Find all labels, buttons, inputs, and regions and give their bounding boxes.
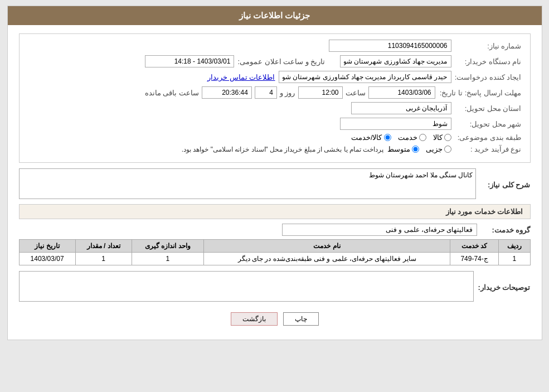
tabaqe-kala-khedmat-label: کالا/خدمت (351, 133, 382, 142)
tabaqe-label: طبقه بندی موضوعی: (455, 133, 522, 142)
ijad-konande-label: ایجاد کننده درخواست: (455, 73, 522, 81)
shomare-niaz-row: شماره نیاز: (28, 40, 522, 52)
mohlat-row: مهلت ارسال پاسخ: تا تاریخ: ساعت روز و سا… (28, 86, 522, 99)
ostan-input[interactable] (351, 102, 451, 114)
sharh-koli-textarea[interactable]: کانال سنگی ملا احمد شهرستان شوط (19, 168, 476, 199)
content-area: شماره نیاز: نام دستگاه خریدار: تاریخ و س… (8, 25, 542, 340)
mohlat-rooz-input[interactable] (255, 86, 277, 99)
toseeh-row: توصیحات خریدار: (19, 271, 531, 303)
grohe-khedmat-input[interactable] (282, 224, 477, 236)
tabaqe-khedmat-option[interactable]: خدمت (398, 133, 426, 142)
col-code: کد خدمت (450, 240, 499, 253)
tarikh-aelan-input[interactable] (145, 55, 234, 67)
mohlat-rooz-label: روز و (280, 89, 295, 97)
grohe-khedmat-row: گروه خدمت: (19, 224, 531, 236)
shahr-input[interactable] (340, 118, 451, 130)
dastgah-tarikh-row: نام دستگاه خریدار: تاریخ و ساعت اعلان عم… (28, 55, 522, 67)
cell-radif: 1 (499, 253, 530, 265)
col-unit: واحد اندازه گیری (132, 240, 203, 253)
mohlat-label: مهلت ارسال پاسخ: تا تاریخ: (438, 89, 522, 97)
sharh-koli-row: شرح کلی نیاز: کانال سنگی ملا احمد شهرستا… (19, 168, 531, 201)
tabaqe-kala-option[interactable]: کالا (433, 133, 451, 142)
noe-mottavasset-option[interactable]: متوسط (387, 145, 419, 153)
col-count: تعداد / مقدار (75, 240, 132, 253)
print-button[interactable]: چاپ (283, 312, 319, 326)
page-title: جزئیات اطلاعات نیاز (239, 11, 310, 20)
page-header: جزئیات اطلاعات نیاز (8, 6, 542, 25)
noe-jozei-radio[interactable] (444, 146, 451, 153)
mohlat-baghimande-label: ساعت باقی مانده (145, 89, 199, 97)
ijad-konande-row: ایجاد کننده درخواست: اطلاعات تماس خریدار (28, 71, 522, 83)
tabaqe-khedmat-radio[interactable] (419, 134, 426, 141)
noe-jozei-label: جزیی (426, 145, 443, 153)
ostan-row: استان محل تحویل: (28, 102, 522, 114)
mohlat-saat-input[interactable] (298, 86, 343, 99)
buttons-row: چاپ بازگشت (19, 307, 531, 331)
ettelaat-tamas-link[interactable]: اطلاعات تماس خریدار (207, 73, 275, 81)
sharh-koli-label: شرح کلی نیاز: (480, 181, 531, 189)
nam-dastgah-label: نام دستگاه خریدار: (455, 57, 522, 66)
col-name: نام خدمت (204, 240, 450, 253)
shomare-niaz-input[interactable] (329, 40, 451, 52)
noe-farayand-label: نوع فرآیند خرید : (455, 145, 522, 153)
service-table: ردیف کد خدمت نام خدمت واحد اندازه گیری ت… (19, 239, 531, 265)
shahr-row: شهر محل تحویل: (28, 118, 522, 130)
grohe-khedmat-label: گروه خدمت: (480, 226, 531, 234)
noe-jozei-option[interactable]: جزیی (426, 145, 451, 153)
tabaqe-kala-khedmat-radio[interactable] (384, 134, 391, 141)
back-button[interactable]: بازگشت (231, 312, 278, 326)
table-row: 1 ج-74-749 سایر فعالیتهای حرفه‌ای، علمی … (19, 253, 530, 265)
tabaqe-radio-group: کالا خدمت کالا/خدمت (351, 133, 451, 142)
mohlat-date-input[interactable] (368, 86, 435, 99)
col-radif: ردیف (499, 240, 530, 253)
tabaqe-kala-radio[interactable] (444, 134, 451, 141)
mohlat-saat-label: ساعت (346, 89, 366, 97)
tabaqe-row: طبقه بندی موضوعی: کالا خدمت کالا/خدمت (28, 133, 522, 142)
ijad-konande-input[interactable] (279, 71, 451, 83)
cell-name: سایر فعالیتهای حرفه‌ای، علمی و فنی طبقه‌… (204, 253, 450, 265)
ostan-label: استان محل تحویل: (455, 104, 522, 113)
noe-farayand-notice: پرداخت تمام یا بخشی از مبلغ خریداز محل "… (182, 146, 384, 153)
shahr-label: شهر محل تحویل: (455, 120, 522, 128)
noe-farayand-radio-group: جزیی متوسط (387, 145, 451, 153)
tabaqe-khedmat-label: خدمت (398, 133, 417, 142)
toseeh-textarea[interactable] (19, 271, 474, 302)
noe-mottavasset-label: متوسط (387, 145, 410, 153)
main-container: جزئیات اطلاعات نیاز شماره نیاز: نام دستگ… (7, 6, 542, 340)
cell-code: ج-74-749 (450, 253, 499, 265)
noe-mottavasset-radio[interactable] (412, 146, 419, 153)
col-date: تاریخ نیاز (19, 240, 75, 253)
cell-unit: 1 (132, 253, 203, 265)
tabaqe-kala-khedmat-option[interactable]: کالا/خدمت (351, 133, 391, 142)
nam-dastgah-input[interactable] (340, 55, 451, 67)
mohlat-countdown-input[interactable] (202, 86, 252, 99)
cell-date: 1403/03/07 (19, 253, 75, 265)
main-form-section: شماره نیاز: نام دستگاه خریدار: تاریخ و س… (19, 33, 531, 163)
cell-count: 1 (75, 253, 132, 265)
tabaqe-kala-label: کالا (433, 133, 443, 142)
noe-farayand-row: نوع فرآیند خرید : جزیی متوسط پرداخت تمام… (28, 145, 522, 153)
shomare-niaz-label: شماره نیاز: (455, 42, 522, 50)
khadamat-section-title: اطلاعات خدمات مورد نیاز (19, 204, 531, 219)
tarikh-aelan-label: تاریخ و ساعت اعلان عمومی: (237, 57, 325, 66)
toseeh-label: توصیحات خریدار: (478, 283, 531, 292)
